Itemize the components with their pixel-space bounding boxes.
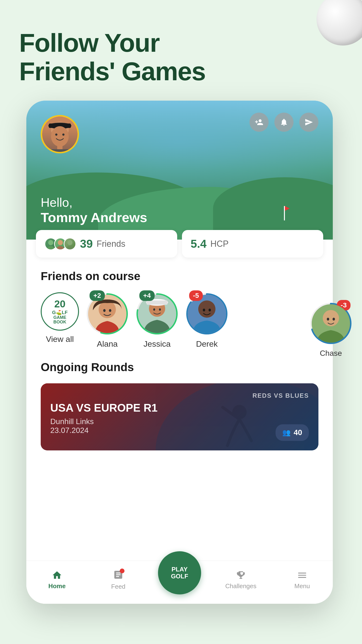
- nav-feed[interactable]: Feed: [88, 570, 149, 590]
- chase-name: Chase: [320, 349, 342, 358]
- alana-avatar-wrap: +2: [86, 292, 129, 336]
- view-all-circle: 20 G⛳LF GAMEBOOK: [41, 292, 79, 330]
- nav-feed-label: Feed: [111, 583, 125, 590]
- share-button[interactable]: [299, 112, 319, 132]
- nav-challenges[interactable]: Challenges: [210, 570, 272, 590]
- nav-menu-label: Menu: [294, 582, 310, 590]
- svg-point-40: [333, 318, 335, 320]
- svg-point-12: [66, 246, 74, 249]
- svg-point-39: [327, 318, 329, 320]
- svg-rect-6: [51, 149, 69, 152]
- friend-jessica[interactable]: +4: [135, 292, 179, 348]
- nav-menu[interactable]: Menu: [272, 570, 333, 590]
- round-card-content: REDS VS BLUES USA VS EUROPE R1 Dunhill L…: [41, 383, 319, 444]
- svg-point-8: [47, 246, 54, 249]
- svg-point-18: [109, 309, 111, 312]
- ongoing-rounds-section: Ongoing Rounds REDS VS BLUES USA VS EURO…: [26, 348, 333, 450]
- alana-badge: +2: [89, 290, 105, 301]
- menu-icon: [297, 570, 307, 580]
- user-avatar: [41, 115, 79, 153]
- hcp-stat-card[interactable]: 5.4 HCP: [182, 230, 323, 258]
- nav-play-golf[interactable]: PLAYGOLF: [149, 566, 210, 594]
- friends-on-course-title: Friends on course: [41, 270, 319, 283]
- notifications-button[interactable]: [274, 112, 294, 132]
- hero-bold: Follow: [19, 28, 98, 57]
- phone-mockup: Hello, Tommy Andrews: [26, 100, 333, 604]
- nav-challenges-label: Challenges: [225, 582, 256, 590]
- decorative-ball: [317, 0, 362, 46]
- friend-derek[interactable]: -5 Derek: [185, 292, 228, 348]
- svg-point-3: [55, 134, 57, 136]
- profile-header: Hello, Tommy Andrews: [26, 100, 333, 240]
- derek-avatar-wrap: -5: [185, 292, 228, 336]
- home-icon: [52, 570, 62, 580]
- trophy-icon: [236, 570, 246, 580]
- round-card[interactable]: REDS VS BLUES USA VS EUROPE R1 Dunhill L…: [41, 383, 319, 450]
- svg-point-31: [203, 308, 205, 312]
- svg-point-26: [159, 308, 161, 311]
- jessica-avatar-wrap: +4: [135, 292, 179, 336]
- add-friend-button[interactable]: [250, 112, 269, 132]
- greeting-text: Hello, Tommy Andrews: [41, 195, 147, 225]
- chase-avatar-wrap: -3: [309, 302, 353, 345]
- round-course: Dunhill Links 23.07.2024: [50, 417, 309, 435]
- svg-point-7: [48, 240, 53, 245]
- friends-list: 20 G⛳LF GAMEBOOK View all +2: [41, 292, 319, 348]
- ongoing-rounds-title: Ongoing Rounds: [41, 360, 319, 374]
- friends-stat-card[interactable]: 39 Friends: [36, 230, 177, 258]
- play-golf-button[interactable]: PLAYGOLF: [158, 551, 201, 594]
- svg-rect-24: [146, 300, 168, 305]
- feed-icon-wrap: [113, 570, 123, 581]
- header-actions: [250, 112, 319, 132]
- derek-badge: -5: [189, 290, 203, 301]
- friend-alana[interactable]: +2 Alana: [86, 292, 129, 348]
- nav-home-label: Home: [48, 582, 66, 590]
- svg-point-10: [56, 246, 64, 249]
- svg-point-25: [153, 308, 155, 311]
- svg-point-2: [51, 126, 69, 146]
- nav-home[interactable]: Home: [26, 570, 88, 590]
- stats-row: 39 Friends 5.4 HCP: [36, 230, 323, 258]
- chase-avatar: [312, 304, 350, 342]
- hero-text: Follow YourFriends' Games: [19, 29, 205, 86]
- svg-point-32: [209, 308, 211, 312]
- feed-notification-dot: [120, 568, 124, 573]
- svg-point-9: [58, 240, 63, 245]
- svg-point-4: [62, 134, 64, 136]
- friend-avatar-3: [64, 238, 76, 250]
- chase-friend-item[interactable]: -3 Chase: [309, 302, 353, 358]
- jessica-badge: +4: [139, 290, 155, 301]
- view-all-item[interactable]: 20 G⛳LF GAMEBOOK View all: [41, 292, 79, 344]
- friends-on-course-section: Friends on course 20 G⛳LF GAMEBOOK View …: [26, 258, 333, 348]
- friend-avatars: [44, 238, 76, 250]
- bottom-nav: Home Feed PLAYGOLF Challenges: [26, 560, 333, 604]
- svg-point-11: [67, 240, 72, 245]
- svg-point-17: [103, 309, 106, 312]
